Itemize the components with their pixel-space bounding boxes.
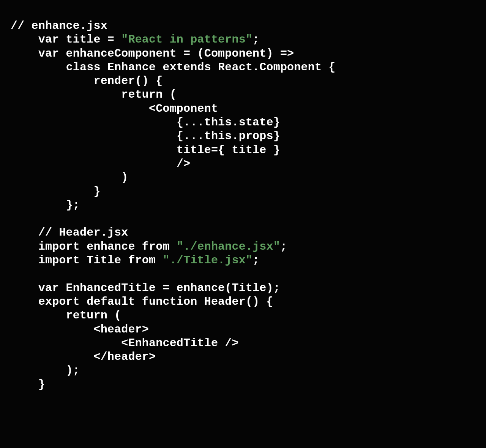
code-line: export default function Header() { [11, 295, 273, 308]
code-token: {...this.state} [177, 116, 280, 129]
string-literal: "./enhance.jsx" [177, 240, 280, 253]
code-token: } [38, 378, 45, 391]
code-line: ) [11, 171, 128, 184]
string-literal: "React in patterns" [121, 33, 252, 46]
code-line: <Component [11, 102, 218, 115]
code-token: return ( [66, 309, 122, 322]
code-line: return ( [11, 88, 177, 101]
code-line: // Header.jsx [11, 226, 128, 239]
string-literal: "./Title.jsx" [163, 254, 252, 267]
code-token: var title = [38, 33, 121, 46]
code-token: <Component [149, 102, 218, 115]
code-token: var EnhancedTitle = enhance(Title); [38, 282, 280, 294]
code-token: </header> [93, 350, 156, 363]
code-token: {...this.props} [177, 130, 280, 142]
code-token: export default function Header() { [38, 295, 273, 308]
code-token: ); [66, 364, 80, 377]
code-token: ) [121, 171, 128, 184]
code-line: var enhanceComponent = (Component) => [11, 47, 294, 60]
code-line: import enhance from "./enhance.jsx"; [11, 240, 287, 253]
code-line: <header> [11, 323, 149, 336]
code-line: return ( [11, 309, 121, 322]
code-line: render() { [11, 74, 163, 87]
code-line: }; [11, 199, 80, 212]
code-line: import Title from "./Title.jsx"; [11, 254, 259, 267]
code-token: // enhance.jsx [11, 19, 107, 32]
code-token: <header> [93, 323, 149, 336]
code-line: {...this.state} [11, 116, 280, 129]
code-line: // enhance.jsx [11, 19, 107, 32]
code-token: return ( [121, 88, 177, 101]
code-token: class Enhance extends React.Component { [66, 61, 336, 74]
code-token: ; [252, 254, 259, 267]
code-token: // Header.jsx [38, 226, 128, 239]
code-token: /> [177, 157, 190, 170]
code-line: var EnhancedTitle = enhance(Title); [11, 282, 280, 294]
code-line: </header> [11, 350, 156, 363]
code-line: /> [11, 157, 190, 170]
code-token: title={ title } [177, 144, 280, 157]
code-token: import enhance from [38, 240, 177, 253]
code-token: } [93, 185, 100, 198]
code-line: var title = "React in patterns"; [11, 33, 259, 46]
code-line: <EnhancedTitle /> [11, 337, 239, 350]
code-token: import Title from [38, 254, 163, 267]
code-token: ; [252, 33, 259, 46]
code-line: ); [11, 364, 80, 377]
code-token: <EnhancedTitle /> [121, 337, 238, 350]
code-line: } [11, 185, 101, 198]
code-line: title={ title } [11, 144, 280, 157]
code-line: } [11, 378, 45, 391]
code-line: class Enhance extends React.Component { [11, 61, 336, 74]
code-token: ; [280, 240, 287, 253]
code-block: // enhance.jsx var title = "React in pat… [0, 0, 486, 391]
code-token: render() { [93, 74, 163, 87]
code-token: }; [66, 199, 80, 212]
code-line: {...this.props} [11, 130, 280, 142]
code-token: var enhanceComponent = (Component) => [38, 47, 294, 60]
